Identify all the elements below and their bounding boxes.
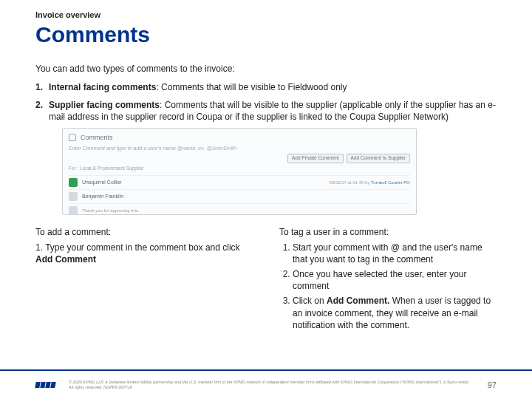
right-heading: To tag a user in a comment: <box>279 227 497 237</box>
comment-row: Benjamin Franklin <box>69 189 410 203</box>
pre-title: Invoice overview <box>35 10 497 19</box>
screenshot-heading-text: Comments <box>81 133 113 142</box>
comment-row: Thank you for approving this. <box>69 203 410 217</box>
left-heading: To add a comment: <box>35 227 253 237</box>
comment-author: Benjamin Franklin <box>82 193 410 200</box>
legal-text: © 2020 KPMG LLP, a Delaware limited liab… <box>69 380 474 390</box>
comment-author: Unsquirrel Collier <box>82 179 325 185</box>
page-number: 97 <box>488 381 497 389</box>
right-column: To tag a user in a comment: Start your c… <box>279 227 497 334</box>
left-step-bold: Add Comment <box>35 254 96 265</box>
footer: © 2020 KPMG LLP, a Delaware limited liab… <box>0 369 532 399</box>
comment-text: Thank you for approving this. <box>82 208 410 214</box>
comment-row: Unsquirrel Collier 03/02/17 at 01:45 by … <box>69 175 410 189</box>
list-item: Once you have selected the user, enter y… <box>293 268 497 292</box>
left-column: To add a comment: 1. Type your comment i… <box>35 227 253 334</box>
list-item: Internal facing comments: Comments that … <box>35 81 497 93</box>
avatar <box>69 206 78 215</box>
item-label: Internal facing comments <box>49 82 156 92</box>
add-private-comment-button[interactable]: Add Private Comment <box>287 154 344 163</box>
avatar <box>69 178 78 187</box>
comment-icon <box>69 134 76 141</box>
list-item: Click on Add Comment. When a user is tag… <box>293 295 497 331</box>
screenshot-panel: Comments Enter Comment and type to add a… <box>62 128 417 215</box>
left-step-text: 1. Type your comment in the comment box … <box>35 242 240 253</box>
item-label: Supplier facing comments <box>49 100 160 110</box>
comment-date: 03/02/17 at 01:45 by <box>330 180 370 185</box>
avatar <box>69 192 78 201</box>
list-item: Supplier facing comments: Comments that … <box>35 99 497 214</box>
page-title: Comments <box>35 22 497 47</box>
intro-text: You can add two types of comments to the… <box>35 64 497 74</box>
item-desc: : Comments that will be visible to Field… <box>156 82 347 92</box>
list-item: Start your comment with @ and the user's… <box>293 242 497 265</box>
comment-link[interactable]: Turnbull Courier PO <box>371 180 410 185</box>
step3-prefix: Click on <box>293 296 327 306</box>
step3-bold: Add Comment. <box>327 296 389 306</box>
right-steps-list: Start your comment with @ and the user's… <box>279 242 497 331</box>
filter-label: For : Local & Procurement Supplier <box>69 166 410 172</box>
add-supplier-comment-button[interactable]: Add Comment to Supplier <box>347 154 410 163</box>
kpmg-logo <box>35 382 55 389</box>
comment-input[interactable]: Enter Comment and type to add a user's n… <box>69 145 236 151</box>
screenshot-heading: Comments <box>69 133 410 142</box>
comment-types-list: Internal facing comments: Comments that … <box>35 81 497 215</box>
